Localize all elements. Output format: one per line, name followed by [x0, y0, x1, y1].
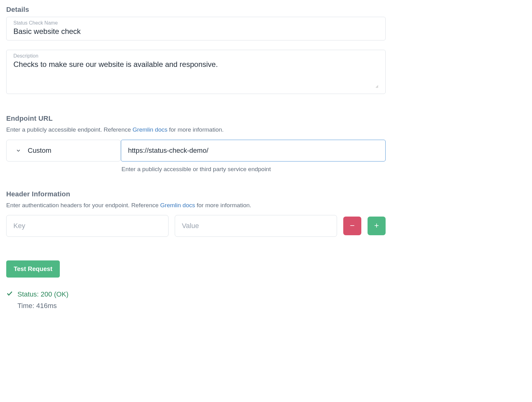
minus-icon: [349, 222, 356, 230]
test-request-button[interactable]: Test Request: [6, 260, 60, 278]
remove-header-button[interactable]: [343, 217, 361, 235]
header-value-input[interactable]: [175, 215, 337, 237]
description-label: Description: [13, 53, 378, 59]
endpoint-docs-link[interactable]: Gremlin docs: [133, 126, 168, 133]
header-key-input[interactable]: [6, 215, 169, 237]
test-results: Status: 200 (OK) Time: 416ms: [6, 290, 386, 310]
endpoint-type-value: Custom: [28, 147, 51, 155]
endpoint-helper: Enter a publicly accessible endpoint. Re…: [6, 126, 386, 134]
description-input[interactable]: [13, 60, 378, 88]
endpoint-url-input[interactable]: [121, 140, 386, 161]
status-line: Status: 200 (OK): [6, 290, 386, 299]
header-helper-pre: Enter authentication headers for your en…: [6, 202, 160, 208]
header-docs-link[interactable]: Gremlin docs: [160, 202, 195, 208]
header-helper-post: for more information.: [195, 202, 251, 208]
details-heading: Details: [6, 6, 386, 14]
description-field[interactable]: Description: [6, 50, 386, 94]
plus-icon: [373, 222, 380, 230]
header-row: [6, 215, 386, 237]
chevron-down-icon: [15, 147, 21, 154]
endpoint-type-select[interactable]: Custom: [6, 140, 121, 161]
endpoint-helper-post: for more information.: [168, 126, 224, 133]
status-check-name-label: Status Check Name: [13, 20, 378, 26]
endpoint-heading: Endpoint URL: [6, 115, 386, 123]
time-text: Time: 416ms: [17, 302, 57, 310]
add-header-button[interactable]: [368, 217, 386, 235]
status-check-name-input[interactable]: [13, 27, 378, 36]
check-icon: [6, 290, 13, 299]
time-line: Time: 416ms: [6, 302, 386, 310]
header-info-helper: Enter authentication headers for your en…: [6, 201, 386, 210]
status-text: Status: 200 (OK): [17, 290, 69, 298]
endpoint-helper-pre: Enter a publicly accessible endpoint. Re…: [6, 126, 133, 133]
endpoint-url-hint: Enter a publicly accessible or third par…: [121, 166, 386, 173]
header-info-heading: Header Information: [6, 190, 386, 198]
status-check-name-field[interactable]: Status Check Name: [6, 17, 386, 40]
